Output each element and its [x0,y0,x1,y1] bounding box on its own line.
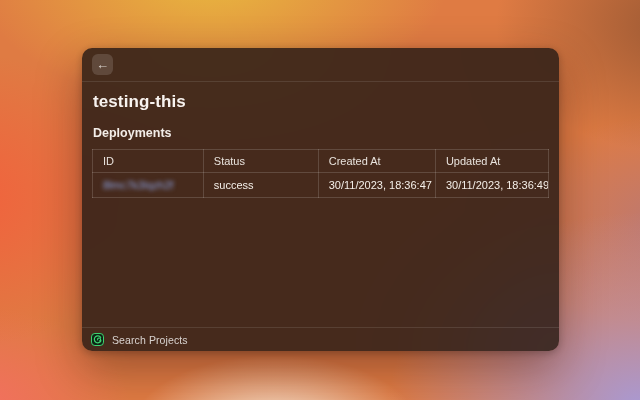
command-name-label: Search Projects [112,334,188,346]
updated-at-cell: 30/11/2023, 18:36:49 [435,173,548,198]
created-at-cell: 30/11/2023, 18:36:47 [318,173,435,198]
column-header-created-at: Created At [318,150,435,173]
deployments-heading: Deployments [93,126,549,140]
deployments-table: ID Status Created At Updated At 8lmc7k3l… [92,149,549,198]
desktop-background: ← testing-this Deployments ID Status Cre… [0,0,640,400]
deployment-table-row: 8lmc7k3lqzh2f success 30/11/2023, 18:36:… [93,173,549,198]
table-header-row: ID Status Created At Updated At [93,150,549,173]
deployment-id-link[interactable]: 8lmc7k3lqzh2f [103,179,173,191]
id-cell: 8lmc7k3lqzh2f [93,173,204,198]
back-button[interactable]: ← [92,54,113,75]
window-footer: Search Projects [82,327,559,351]
extension-logo-icon [91,333,104,346]
column-header-status: Status [203,150,318,173]
page-title: testing-this [93,92,549,112]
back-arrow-icon: ← [96,54,109,75]
window-header: ← [82,48,559,82]
app-window: ← testing-this Deployments ID Status Cre… [82,48,559,351]
column-header-updated-at: Updated At [435,150,548,173]
column-header-id: ID [93,150,204,173]
status-cell: success [203,173,318,198]
window-body: testing-this Deployments ID Status Creat… [82,82,559,327]
